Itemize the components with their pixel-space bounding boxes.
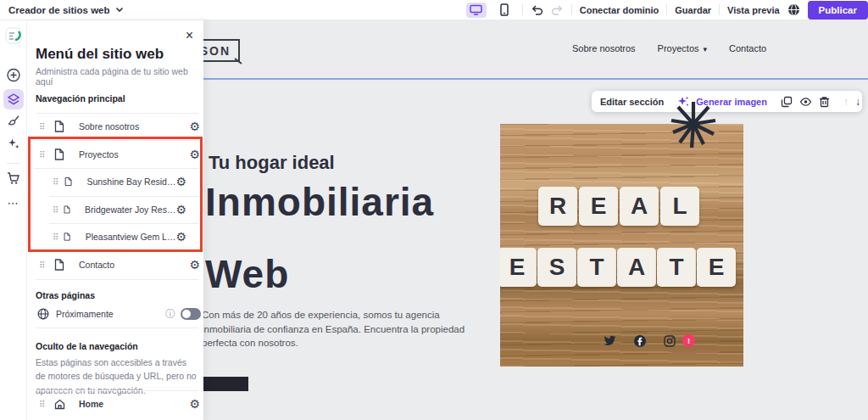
- other-pages-label: Otras páginas: [36, 290, 95, 300]
- twitter-icon[interactable]: [604, 335, 616, 346]
- page-icon: [54, 120, 64, 132]
- info-icon[interactable]: ⓘ: [165, 307, 175, 322]
- pages-layers-icon[interactable]: [3, 89, 24, 109]
- letter-tile: L: [660, 187, 699, 226]
- panel-title: Menú del sitio web: [36, 46, 164, 63]
- hidden-nav-label: Oculto de la navegación: [36, 341, 138, 351]
- hero-photo[interactable]: R E A L E S T A T E !: [500, 124, 743, 367]
- letter-tile: A: [617, 248, 656, 287]
- page-icon: [54, 259, 64, 271]
- store-cart-icon[interactable]: [6, 171, 20, 185]
- gear-icon[interactable]: ⚙: [175, 231, 186, 243]
- facebook-icon[interactable]: [634, 335, 646, 347]
- page-icon: [64, 176, 72, 188]
- gear-icon[interactable]: ⚙: [189, 148, 200, 160]
- drag-handle-icon[interactable]: ⠿: [53, 232, 59, 242]
- site-menu-panel: × Menú del sitio web Administra cada pág…: [27, 20, 203, 420]
- preview-button[interactable]: Vista previa: [727, 5, 780, 15]
- nav-row-sobre-nosotros[interactable]: ⠿ Sobre nosotros ⚙: [39, 113, 200, 140]
- hero-title-line1[interactable]: Inmobiliaria: [205, 179, 434, 225]
- app-menu-label: Creador de sitios web: [8, 5, 110, 15]
- main-nav-label: Navegación principal: [36, 93, 125, 104]
- drag-handle-icon[interactable]: ⠿: [53, 205, 59, 215]
- undo-button[interactable]: [531, 4, 543, 15]
- instagram-icon[interactable]: [664, 335, 676, 347]
- mobile-view-button[interactable]: [494, 3, 515, 18]
- page-icon: [54, 148, 64, 160]
- hero-title-line2[interactable]: Web: [205, 251, 289, 297]
- drag-handle-icon[interactable]: ⠿: [53, 177, 60, 187]
- add-element-icon[interactable]: [6, 68, 20, 82]
- desktop-view-button[interactable]: [466, 3, 487, 18]
- social-links: !: [604, 334, 695, 347]
- hero-paragraph[interactable]: Con más de 20 años de experiencia, somos…: [202, 308, 475, 350]
- save-button[interactable]: Guardar: [675, 5, 711, 15]
- redo-button: [551, 4, 564, 15]
- connect-domain-button[interactable]: Conectar dominio: [580, 5, 659, 15]
- letter-tile: A: [620, 187, 659, 226]
- coming-soon-row[interactable]: Próximamente ⓘ: [37, 300, 201, 328]
- page-icon: [64, 204, 70, 216]
- drag-handle-icon[interactable]: ⠿: [39, 150, 49, 160]
- chevron-down-icon: ▾: [704, 45, 708, 53]
- builder-rail: ⋯: [0, 20, 27, 420]
- letter-tile: S: [537, 248, 576, 287]
- nav-row-bridgewater-joy[interactable]: ⠿ Bridgewater Joy Res… ⚙: [53, 196, 186, 223]
- site-nav-sobre[interactable]: Sobre nosotros: [572, 43, 636, 53]
- edit-section-button[interactable]: Editar sección: [600, 97, 664, 107]
- rail-more-icon[interactable]: ⋯: [8, 197, 19, 210]
- app-menu[interactable]: Creador de sitios web: [8, 5, 124, 15]
- page-icon: [64, 231, 70, 243]
- gear-icon[interactable]: ⚙: [189, 398, 200, 410]
- gear-icon[interactable]: ⚙: [189, 120, 200, 132]
- publish-button[interactable]: Publicar: [808, 1, 868, 20]
- visibility-eye-icon[interactable]: [799, 96, 812, 108]
- ai-sparkles-icon[interactable]: [7, 137, 20, 150]
- nav-row-home[interactable]: ⠿ Home ⚙: [39, 390, 200, 417]
- coming-soon-toggle[interactable]: [181, 308, 201, 320]
- site-nav: Sobre nosotros Proyectos▾ Contacto: [572, 43, 766, 53]
- close-icon[interactable]: ×: [186, 29, 193, 42]
- letter-tile: R: [538, 187, 577, 226]
- gear-icon[interactable]: ⚙: [175, 204, 186, 216]
- drag-handle-icon[interactable]: ⠿: [39, 400, 49, 409]
- rail-divider: [7, 163, 20, 164]
- letter-tile: T: [657, 248, 696, 287]
- section-selection-line: [202, 78, 868, 80]
- move-up-icon: ↑: [843, 96, 849, 108]
- chevron-down-icon: [115, 7, 124, 13]
- site-nav-proyectos[interactable]: Proyectos▾: [658, 43, 707, 53]
- notification-badge[interactable]: !: [682, 334, 695, 347]
- drag-handle-icon[interactable]: ⠿: [39, 122, 49, 132]
- hero-cta-button[interactable]: [202, 377, 248, 391]
- letter-tile: E: [500, 248, 537, 287]
- builder-logo[interactable]: [5, 27, 22, 44]
- gear-icon[interactable]: ⚙: [175, 176, 186, 188]
- nav-row-proyectos[interactable]: ⠿ Proyectos ⚙: [39, 141, 200, 168]
- site-nav-contacto[interactable]: Contacto: [729, 43, 766, 53]
- globe-icon: [37, 308, 49, 320]
- letter-tile: T: [577, 248, 616, 287]
- trash-icon[interactable]: [819, 96, 830, 108]
- section-toolbar: Editar sección Generar imagen ↑ ↓ ⋮: [592, 91, 862, 112]
- starburst-decoration: [666, 98, 721, 156]
- hero-kicker[interactable]: Tu hogar ideal: [209, 152, 335, 174]
- tiles-estate: E S T A T E: [500, 248, 737, 287]
- letter-tile: E: [697, 248, 736, 287]
- site-logo-text: SON: [200, 44, 231, 58]
- drag-handle-icon[interactable]: ⠿: [39, 260, 49, 270]
- language-globe-icon[interactable]: [787, 3, 800, 16]
- duplicate-icon[interactable]: [781, 96, 793, 108]
- design-brush-icon[interactable]: [7, 114, 20, 127]
- gear-icon[interactable]: ⚙: [189, 259, 200, 271]
- nav-row-contacto[interactable]: ⠿ Contacto ⚙: [39, 251, 200, 278]
- nav-row-pleasantview-gem[interactable]: ⠿ Pleasantview Gem L… ⚙: [53, 223, 186, 250]
- nav-row-sunshine-bay[interactable]: ⠿ Sunshine Bay Resid… ⚙: [53, 168, 186, 195]
- move-down-icon[interactable]: ↓: [855, 96, 860, 108]
- builder-topbar: Creador de sitios web Conectar dominio G…: [0, 0, 868, 20]
- tiles-real: R E A L: [538, 187, 701, 226]
- letter-tile: E: [579, 187, 618, 226]
- home-icon: [54, 399, 65, 410]
- panel-subtitle: Administra cada página de tu sitio web a…: [36, 66, 203, 87]
